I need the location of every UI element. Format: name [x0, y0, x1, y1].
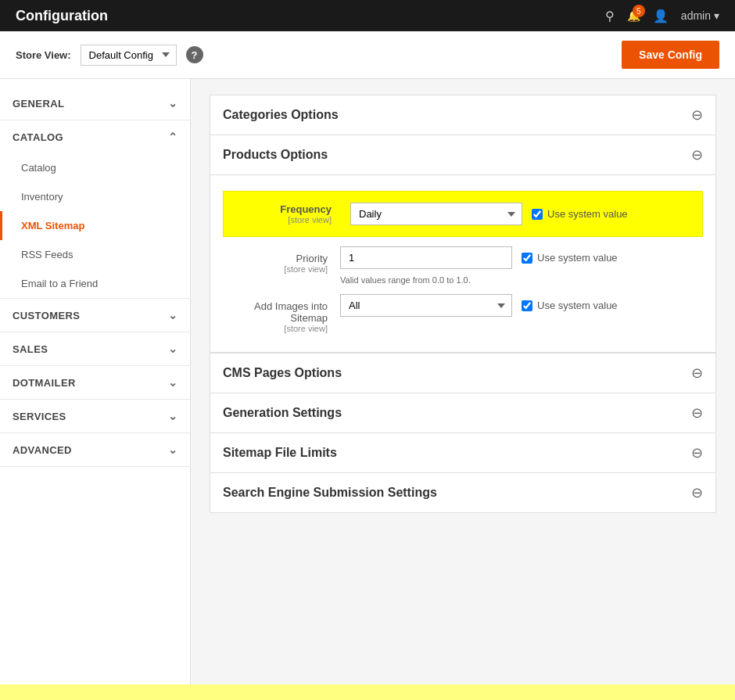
accordion-categories-options-header[interactable]: Categories Options ⊖ [210, 95, 715, 135]
frequency-label-col: Frequency [store view] [239, 203, 341, 224]
sidebar-section-sales-header[interactable]: SALES ⌄ [0, 332, 190, 365]
sidebar-section-services-header[interactable]: SERVICES ⌄ [0, 400, 190, 433]
products-options-content: Frequency [store view] Daily Weekly Mont… [210, 175, 715, 353]
sidebar-section-customers-label: CUSTOMERS [13, 310, 80, 321]
sidebar-item-inventory[interactable]: Inventory [0, 182, 190, 211]
add-images-sublabel: [store view] [223, 324, 328, 333]
add-images-row: Add Images into Sitemap [store view] All… [223, 294, 703, 333]
accordion-generation-settings-header[interactable]: Generation Settings ⊖ [210, 393, 715, 433]
accordion-categories-collapse-icon: ⊖ [691, 106, 703, 124]
priority-use-system-value: Use system value [522, 252, 618, 264]
sidebar-section-general-header[interactable]: GENERAL ⌄ [0, 87, 190, 120]
store-view-select[interactable]: Default Config [81, 45, 177, 66]
accordion-cms-pages-options: CMS Pages Options ⊖ [210, 354, 716, 393]
sidebar-section-catalog: CATALOG ⌃ Catalog Inventory XML Sitemap … [0, 120, 190, 299]
help-icon[interactable]: ? [186, 46, 203, 63]
accordion-sitemap-file-limits-collapse-icon: ⊖ [691, 444, 703, 461]
frequency-label: Frequency [239, 203, 332, 215]
add-images-use-system-checkbox[interactable] [522, 300, 532, 311]
accordion-search-engine-submission: Search Engine Submission Settings ⊖ [210, 473, 716, 513]
accordion-categories-options: Categories Options ⊖ [210, 95, 716, 135]
sidebar-section-customers-header[interactable]: CUSTOMERS ⌄ [0, 299, 190, 332]
sidebar-item-catalog[interactable]: Catalog [0, 153, 190, 182]
top-bar: Configuration ⚲ 🔔 5 👤 admin ▾ [0, 0, 735, 31]
chevron-down-icon-advanced: ⌄ [168, 443, 177, 456]
user-avatar-icon: 👤 [653, 9, 669, 23]
accordion-generation-settings-collapse-icon: ⊖ [691, 404, 703, 422]
page-title-top: Configuration [16, 8, 108, 24]
notification-badge: 5 [633, 5, 645, 17]
sidebar-section-advanced: ADVANCED ⌄ [0, 433, 190, 467]
sidebar-section-catalog-header[interactable]: CATALOG ⌃ [0, 120, 190, 153]
sidebar-section-dotmailer-header[interactable]: DOTMAILER ⌄ [0, 366, 190, 399]
sidebar-item-xml-sitemap[interactable]: XML Sitemap [0, 211, 190, 240]
search-icon[interactable]: ⚲ [605, 9, 615, 23]
sidebar-section-services: SERVICES ⌄ [0, 400, 190, 433]
add-images-select[interactable]: All None Base Only [340, 294, 512, 317]
sidebar-section-dotmailer-label: DOTMAILER [13, 377, 76, 389]
add-images-use-system-value: Use system value [522, 300, 618, 311]
accordion-search-engine-submission-collapse-icon: ⊖ [691, 484, 703, 501]
priority-input[interactable] [340, 246, 512, 269]
add-images-value-col: All None Base Only Use system value [340, 294, 703, 317]
sidebar-section-sales: SALES ⌄ [0, 332, 190, 366]
sidebar-section-dotmailer: DOTMAILER ⌄ [0, 366, 190, 400]
frequency-use-system-checkbox[interactable] [532, 209, 543, 220]
chevron-down-icon-sales: ⌄ [168, 343, 177, 355]
accordion-products-options: Products Options ⊖ Frequency [store view… [210, 135, 716, 354]
sidebar-section-catalog-label: CATALOG [13, 131, 63, 143]
priority-sublabel: [store view] [223, 264, 328, 274]
chevron-down-icon-customers: ⌄ [168, 309, 177, 321]
save-config-button[interactable]: Save Config [622, 41, 719, 69]
accordion-sitemap-file-limits: Sitemap File Limits ⊖ [210, 433, 716, 473]
accordion-cms-pages-options-header[interactable]: CMS Pages Options ⊖ [210, 354, 715, 393]
bottom-bar [0, 684, 735, 685]
accordion-products-options-title: Products Options [223, 148, 328, 162]
sidebar-section-sales-label: SALES [13, 343, 48, 355]
accordion-sitemap-file-limits-header[interactable]: Sitemap File Limits ⊖ [210, 433, 715, 472]
accordion-search-engine-submission-header[interactable]: Search Engine Submission Settings ⊖ [210, 473, 715, 512]
sidebar-section-general: GENERAL ⌄ [0, 87, 190, 120]
frequency-sublabel: [store view] [239, 215, 332, 224]
sidebar-catalog-items: Catalog Inventory XML Sitemap RSS Feeds … [0, 153, 190, 298]
chevron-down-icon-dotmailer: ⌄ [168, 376, 177, 389]
sidebar: GENERAL ⌄ CATALOG ⌃ Catalog Inventory XM… [0, 79, 191, 685]
accordion-cms-pages-collapse-icon: ⊖ [691, 364, 703, 382]
main-layout: GENERAL ⌄ CATALOG ⌃ Catalog Inventory XM… [0, 79, 735, 685]
sidebar-item-email-to-friend[interactable]: Email to a Friend [0, 269, 190, 298]
content-area: Categories Options ⊖ Products Options ⊖ … [191, 79, 735, 685]
frequency-use-system-value: Use system value [532, 208, 628, 220]
priority-label-col: Priority [store view] [223, 246, 340, 274]
add-images-label: Add Images into Sitemap [223, 300, 328, 324]
accordion-search-engine-submission-title: Search Engine Submission Settings [223, 486, 437, 500]
accordion-sitemap-file-limits-title: Sitemap File Limits [223, 446, 337, 460]
add-images-label-col: Add Images into Sitemap [store view] [223, 294, 340, 333]
sidebar-section-services-label: SERVICES [13, 411, 66, 422]
frequency-row: Frequency [store view] Daily Weekly Mont… [223, 191, 703, 237]
chevron-down-icon: ⌄ [168, 97, 177, 109]
accordion-products-options-header[interactable]: Products Options ⊖ [210, 135, 715, 175]
priority-label: Priority [223, 253, 328, 264]
sidebar-section-advanced-header[interactable]: ADVANCED ⌄ [0, 433, 190, 466]
priority-value-col: Use system value Valid values range from… [340, 246, 703, 285]
chevron-down-icon-services: ⌄ [168, 410, 177, 422]
top-bar-actions: ⚲ 🔔 5 👤 admin ▾ [605, 9, 719, 23]
accordion-cms-pages-options-title: CMS Pages Options [223, 366, 342, 380]
priority-input-row: Use system value [340, 246, 703, 269]
store-view-bar: Store View: Default Config ? Save Config [0, 31, 735, 79]
frequency-select[interactable]: Daily Weekly Monthly [350, 203, 522, 225]
priority-row: Priority [store view] Use system value V… [223, 246, 703, 285]
user-menu[interactable]: admin ▾ [681, 9, 719, 22]
priority-note: Valid values range from 0.0 to 1.0. [340, 275, 703, 285]
sidebar-item-rss-feeds[interactable]: RSS Feeds [0, 240, 190, 269]
sidebar-section-general-label: GENERAL [13, 98, 64, 109]
sidebar-section-advanced-label: ADVANCED [13, 444, 72, 456]
accordion-products-collapse-icon: ⊖ [691, 146, 703, 163]
accordion-generation-settings-title: Generation Settings [223, 406, 342, 420]
store-view-label: Store View: [16, 49, 71, 61]
accordion-categories-options-title: Categories Options [223, 108, 339, 122]
notification-bell[interactable]: 🔔 5 [627, 9, 640, 22]
sidebar-section-customers: CUSTOMERS ⌄ [0, 299, 190, 332]
priority-use-system-checkbox[interactable] [522, 253, 532, 264]
accordion-generation-settings: Generation Settings ⊖ [210, 393, 716, 433]
